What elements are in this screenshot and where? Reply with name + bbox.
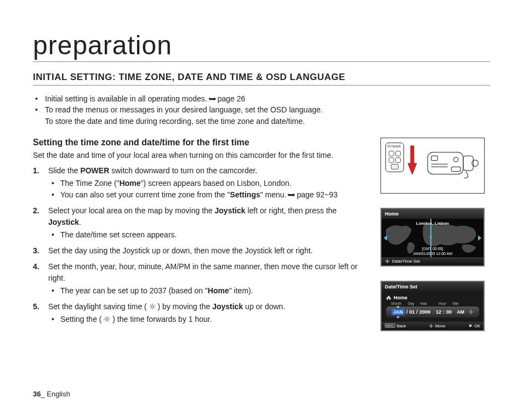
osd-datetime: JAN/01/2009 12:00 AM	[382, 252, 484, 256]
menu-icon: MENU	[385, 323, 395, 328]
steps-list: Slide the POWER switch downward to turn …	[45, 165, 364, 325]
hdr-year: Year	[420, 302, 436, 305]
joystick-label: Joystick	[215, 206, 246, 215]
val-year: 2009	[419, 309, 430, 315]
svg-line-17	[109, 317, 109, 317]
step-sub: Setting the ( ) the time forwards by 1 h…	[60, 314, 364, 325]
step-text: switch downward to turn on the camcorder…	[109, 166, 257, 175]
hdr-month: Month	[391, 302, 406, 305]
page-sep: _	[41, 390, 47, 398]
camcorder-icon	[425, 143, 480, 182]
power-switch-icon: POWER	[385, 143, 404, 172]
intro-item: Initial setting is available in all oper…	[45, 93, 490, 104]
step-2: Select your local area on the map by mov…	[45, 205, 364, 241]
page-ref: page 92~93	[297, 190, 337, 199]
step-sub: The year can be set up to 2037 (based on…	[60, 285, 364, 297]
step-text: " menu.	[260, 190, 289, 199]
intro-page-ref: page 26	[218, 94, 246, 103]
osd-home-screen: Home ✦ Lond	[380, 208, 485, 266]
osd-move-label: Move	[435, 323, 445, 328]
osd-home-title: Home	[382, 209, 484, 219]
osd-back-label: Back	[397, 323, 406, 328]
ref-arrow-icon: ➥	[208, 93, 217, 104]
page-number-value: 36	[33, 390, 41, 398]
intro-text: To read the menus or messages in your de…	[45, 105, 323, 114]
step-text: Set the daylight saving time (	[48, 302, 147, 311]
step-text: ) the time forwards by 1 hour.	[112, 315, 212, 323]
sub-heading: Setting the time zone and date/time for …	[33, 138, 364, 147]
osd-ok-label: OK	[474, 323, 480, 328]
page-number: 36_ English	[33, 390, 70, 398]
val-hour: 12	[436, 309, 441, 315]
step-text: Select your local area on the map by mov…	[48, 206, 215, 215]
power-illustration: POWER	[380, 138, 485, 194]
section-heading: INITIAL SETTING: TIME ZONE, DATE AND TIM…	[33, 72, 490, 86]
step-4: Set the month, year, hour, minute, AM/PM…	[45, 261, 364, 297]
svg-line-14	[105, 317, 106, 317]
step-text: Slide the	[48, 166, 80, 175]
step-sub: The date/time set screen appears.	[60, 229, 364, 241]
svg-point-34	[469, 325, 472, 327]
val-day: 01	[410, 309, 415, 315]
step-text: " item).	[229, 286, 253, 295]
intro-list: Initial setting is available in all oper…	[45, 93, 490, 127]
hdr-day: Day	[408, 302, 418, 305]
hdr-hour: Hour	[439, 302, 451, 305]
intro-text: Initial setting is available in all oper…	[45, 94, 209, 103]
page-title: preparation	[33, 30, 490, 62]
step-text: up or down.	[243, 302, 285, 311]
svg-rect-18	[428, 152, 463, 174]
home-label: Home	[120, 179, 141, 188]
svg-line-16	[105, 321, 106, 321]
step-sub: You can also set your current time zone …	[60, 189, 364, 201]
step-text: You can also set your current time zone …	[60, 190, 230, 199]
down-arrow-icon	[407, 145, 417, 175]
step-sub: The Time Zone ("Home") screen appears ba…	[60, 178, 364, 189]
osd-dt-headers: Month Day Year Hour Min	[386, 302, 479, 305]
step-text: The Time Zone ("	[60, 179, 120, 188]
svg-point-9	[106, 318, 109, 321]
step-text: Set the month, year, hour, minute, AM/PM…	[48, 262, 357, 282]
power-label: POWER	[80, 166, 109, 175]
step-text: Setting the (	[60, 315, 102, 323]
svg-line-15	[109, 321, 109, 321]
sub-intro-text: Set the date and time of your local area…	[33, 151, 364, 160]
step-text: .	[79, 218, 81, 226]
svg-rect-25	[451, 167, 461, 171]
step-text: The year can be set up to 2037 (based on…	[60, 286, 208, 295]
hdr-min: Min	[453, 302, 464, 305]
sep: /	[417, 309, 418, 315]
sep: :	[443, 309, 445, 315]
intro-text: To store the date and time during record…	[45, 117, 305, 126]
joystick-icon	[429, 323, 434, 328]
joystick-label: Joystick	[212, 302, 243, 311]
crosshair-icon: ✦	[429, 235, 433, 240]
step-text: ) by moving the	[158, 302, 213, 311]
osd-footer-label: Date/Time Set	[392, 259, 420, 264]
val-ampm: AM	[457, 309, 464, 315]
sep: /	[406, 309, 408, 315]
svg-point-33	[430, 325, 432, 327]
page-lang: English	[47, 390, 70, 398]
svg-line-7	[150, 308, 151, 309]
dst-sun-icon	[104, 316, 110, 322]
step-1: Slide the POWER switch downward to turn …	[45, 165, 364, 201]
settings-label: Settings	[230, 190, 260, 199]
svg-point-20	[472, 160, 479, 167]
svg-line-8	[154, 304, 154, 305]
osd-datebar: JAN / 01 / 2009 12 : 00 AM	[386, 307, 479, 317]
svg-line-5	[150, 304, 151, 305]
svg-rect-21	[431, 156, 438, 160]
val-month: JAN	[391, 309, 405, 315]
osd-dt-title: Date/Time Set	[382, 282, 484, 292]
osd-datetime-screen: Date/Time Set Home Month Day Year Hour M…	[380, 281, 485, 331]
power-switch-label: POWER	[388, 145, 401, 148]
home-icon	[386, 295, 391, 300]
osd-gmt: [GMT 00:00]	[382, 247, 484, 251]
svg-point-27	[386, 260, 388, 262]
osd-location: London, Lisbon	[382, 221, 484, 226]
ok-dot-icon	[468, 323, 473, 328]
joystick-label: Joystick	[48, 218, 79, 226]
nav-left-icon	[384, 235, 387, 241]
intro-item: To read the menus or messages in your de…	[45, 104, 490, 127]
